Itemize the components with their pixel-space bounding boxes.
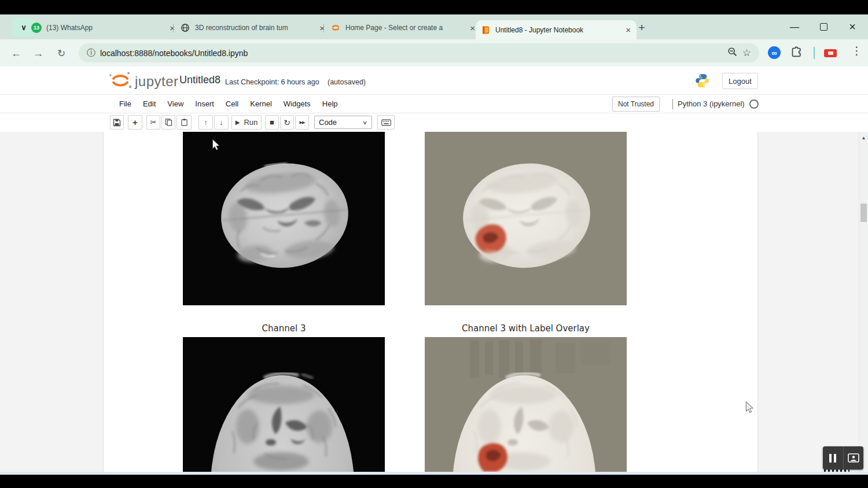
back-button[interactable]: ← bbox=[6, 43, 27, 64]
mri-axial-overlay-image bbox=[425, 132, 627, 305]
tab-3d-reconstruction[interactable]: 3D reconstruction of brain tum × bbox=[175, 19, 330, 36]
browser-menu-icon[interactable]: ⋮ bbox=[848, 44, 865, 57]
new-tab-button[interactable]: + bbox=[633, 20, 650, 36]
cell-type-select[interactable]: Code ∨ bbox=[314, 116, 372, 129]
chevron-down-icon: ∨ bbox=[21, 23, 27, 32]
address-bar[interactable]: ⓘ localhost:8888/notebooks/Untitled8.ipy… bbox=[79, 43, 759, 62]
restore-icon bbox=[820, 23, 827, 31]
tab-divider bbox=[173, 24, 174, 32]
move-cell-up-button[interactable]: ↑ bbox=[198, 115, 213, 130]
tab-title: (13) WhatsApp bbox=[46, 24, 164, 32]
restart-icon: ↻ bbox=[284, 118, 290, 127]
restore-button[interactable] bbox=[810, 14, 837, 39]
close-tab-icon[interactable]: × bbox=[318, 24, 326, 32]
kernel-idle-icon bbox=[749, 99, 759, 109]
scrollbar[interactable]: ▲ bbox=[859, 132, 868, 472]
move-cell-down-button[interactable]: ↓ bbox=[214, 115, 229, 130]
not-trusted-badge[interactable]: Not Trusted bbox=[612, 97, 660, 112]
extension-icon-blue[interactable]: ∞ bbox=[768, 46, 781, 59]
checkpoint-status: Last Checkpoint: 6 hours ago bbox=[225, 78, 319, 86]
mri-coronal-image bbox=[183, 337, 385, 472]
interrupt-kernel-button[interactable]: ■ bbox=[265, 115, 279, 130]
infinity-icon: ∞ bbox=[771, 49, 777, 57]
zoom-out-icon[interactable] bbox=[727, 47, 738, 60]
snapshot-icon bbox=[848, 453, 859, 463]
restart-kernel-button[interactable]: ↻ bbox=[280, 115, 294, 130]
mri-axial-image bbox=[183, 132, 385, 305]
reload-button[interactable]: ↻ bbox=[51, 43, 72, 64]
menu-edit[interactable]: Edit bbox=[137, 99, 161, 108]
scrollbar-thumb[interactable] bbox=[860, 204, 867, 222]
tab-title: Home Page - Select or create a bbox=[345, 24, 464, 32]
menu-file[interactable]: File bbox=[113, 99, 137, 108]
site-info-icon[interactable]: ⓘ bbox=[87, 47, 95, 58]
extensions-puzzle-icon[interactable] bbox=[790, 46, 803, 61]
jupyter-logo-icon bbox=[109, 71, 132, 90]
tumor-label-region bbox=[478, 443, 507, 472]
menu-help[interactable]: Help bbox=[317, 99, 344, 108]
copy-cell-button[interactable] bbox=[161, 115, 175, 130]
tab-divider bbox=[323, 24, 324, 32]
notebook-scroll-area[interactable]: Channel 3 Channel 3 with Label Overlay bbox=[0, 132, 868, 472]
menu-cell[interactable]: Cell bbox=[220, 99, 244, 108]
save-icon bbox=[113, 119, 121, 127]
stop-icon: ■ bbox=[270, 119, 274, 126]
close-window-button[interactable]: × bbox=[838, 14, 866, 39]
run-button[interactable]: ▶ Run bbox=[231, 115, 262, 130]
tab-jupyter-home[interactable]: Home Page - Select or create a × bbox=[326, 19, 481, 36]
notebook-title[interactable]: Untitled8 bbox=[179, 74, 220, 86]
extension-red-glyph bbox=[828, 51, 833, 55]
screen: ∨ 13 (13) WhatsApp × 3D reconstruction o… bbox=[0, 0, 868, 488]
kernel-name: Python 3 (ipykernel) bbox=[678, 99, 745, 108]
screenshot-button[interactable] bbox=[843, 446, 864, 469]
jupyter-logo-icon bbox=[330, 23, 341, 33]
save-button[interactable] bbox=[110, 115, 124, 130]
jupyter-menubar: File Edit View Insert Cell Kernel Widget… bbox=[0, 94, 868, 113]
paste-icon bbox=[181, 119, 188, 126]
text-cursor-divider bbox=[814, 47, 815, 59]
tab-title: Untitled8 - Jupyter Notebook bbox=[495, 26, 620, 34]
keyboard-icon bbox=[381, 119, 391, 126]
browser-window: ∨ 13 (13) WhatsApp × 3D reconstruction o… bbox=[0, 14, 868, 472]
fast-forward-icon: ▶▶ bbox=[300, 120, 305, 125]
tab-title: 3D reconstruction of brain tum bbox=[195, 24, 314, 32]
jupyter-brand-text: jupyter bbox=[135, 75, 179, 90]
restart-run-all-button[interactable]: ▶▶ bbox=[295, 115, 309, 130]
menu-kernel[interactable]: Kernel bbox=[244, 99, 278, 108]
extension-icon-red[interactable] bbox=[824, 49, 837, 57]
mri-coronal-overlay-image bbox=[425, 337, 627, 472]
tab-whatsapp[interactable]: 13 (13) WhatsApp × bbox=[27, 19, 181, 36]
divider bbox=[672, 99, 673, 109]
cut-cell-button[interactable]: ✂ bbox=[146, 115, 160, 130]
add-cell-button[interactable]: + bbox=[128, 115, 142, 130]
url-text[interactable]: localhost:8888/notebooks/Untitled8.ipynb bbox=[100, 49, 723, 58]
bookmark-star-icon[interactable]: ☆ bbox=[742, 47, 751, 59]
menu-widgets[interactable]: Widgets bbox=[278, 99, 317, 108]
tab-strip: ∨ 13 (13) WhatsApp × 3D reconstruction o… bbox=[0, 14, 868, 39]
command-palette-button[interactable] bbox=[377, 115, 395, 130]
paste-cell-button[interactable] bbox=[176, 115, 192, 130]
browser-toolbar: ← → ↻ ⓘ localhost:8888/notebooks/Untitle… bbox=[0, 39, 868, 66]
run-label: Run bbox=[244, 118, 258, 127]
jupyter-toolbar: + ✂ ↑ ↓ ▶ Run ■ ↻ ▶▶ Code ∨ bbox=[0, 113, 868, 132]
forward-button[interactable]: → bbox=[28, 43, 49, 64]
minimize-button[interactable]: — bbox=[781, 14, 808, 39]
whatsapp-icon: 13 bbox=[31, 23, 42, 33]
cut-icon: ✂ bbox=[150, 119, 157, 126]
jupyter-logo[interactable]: jupyter bbox=[109, 71, 179, 90]
notebook-book-icon bbox=[480, 25, 491, 35]
pause-icon bbox=[829, 454, 836, 463]
tab-untitled8-notebook[interactable]: Untitled8 - Jupyter Notebook × bbox=[476, 20, 637, 39]
globe-icon bbox=[180, 23, 190, 33]
bottom-edge-strip bbox=[0, 472, 868, 475]
menu-insert[interactable]: Insert bbox=[189, 99, 220, 108]
caption-channel3-overlay: Channel 3 with Label Overlay bbox=[425, 323, 627, 334]
logout-button[interactable]: Logout bbox=[722, 73, 758, 89]
pause-button[interactable] bbox=[823, 446, 843, 469]
close-tab-icon[interactable]: × bbox=[624, 25, 632, 34]
python-logo-icon bbox=[694, 73, 710, 91]
autosave-status: (autosaved) bbox=[328, 78, 366, 86]
scrollbar-up-icon[interactable]: ▲ bbox=[859, 135, 868, 141]
menu-view[interactable]: View bbox=[161, 99, 189, 108]
play-icon: ▶ bbox=[236, 120, 240, 125]
